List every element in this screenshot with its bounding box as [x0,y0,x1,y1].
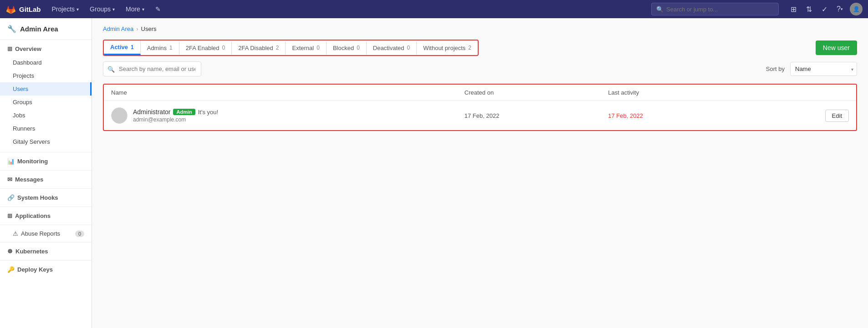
filter-tab-2fa-disabled[interactable]: 2FA Disabled2 [232,41,286,55]
breadcrumb-separator: › [136,25,138,32]
global-search-box[interactable]: 🔍 [651,3,779,15]
sidebar-title: Admin Area [20,25,58,33]
filter-tab-blocked[interactable]: Blocked0 [327,41,367,55]
filter-tabs: Active1Admins12FA Enabled02FA Disabled2E… [103,40,479,56]
deploy-keys-section-header[interactable]: 🔑 Deploy Keys [0,262,92,277]
user-avatar-btn[interactable]: 👤 [850,3,863,15]
filter-tabs-container: Active1Admins12FA Enabled02FA Disabled2E… [103,40,857,56]
kubernetes-label: Kubernetes [15,248,48,255]
column-header-created-on: Created on [457,85,601,101]
more-nav-item[interactable]: More ▾ [122,0,148,18]
abuse-reports-label: Abuse Reports [21,230,60,237]
pencil-icon: ✎ [155,5,161,13]
deploy-keys-label: Deploy Keys [17,266,53,273]
messages-icon: ✉ [7,176,12,183]
table-row: Administrator Admin It's you! admin@exam… [104,101,856,131]
abuse-reports-badge: 0 [75,231,84,237]
edit-user-button[interactable]: Edit [825,110,849,122]
user-icon: 👤 [853,6,860,12]
help-icon-btn[interactable]: ?▾ [832,2,847,16]
filter-tab-count: 0 [407,45,410,51]
filter-tab-label: Deactivated [373,45,404,51]
filter-tab-count: 0 [357,45,360,51]
system-hooks-label: System Hooks [17,194,58,201]
filter-tab-deactivated[interactable]: Deactivated0 [367,41,417,55]
sidebar-divider-3 [0,188,92,189]
monitoring-icon: 📊 [7,158,15,165]
column-header-last-activity: Last activity [601,85,745,101]
user-search-input[interactable] [103,61,201,76]
filter-tab-label: Without projects [423,45,465,51]
filter-tab-active[interactable]: Active1 [104,40,141,55]
sidebar: 🔧 Admin Area ⊞ Overview Dashboard Projec… [0,18,92,328]
users-table-body: Administrator Admin It's you! admin@exam… [104,101,856,131]
breadcrumb-admin-area[interactable]: Admin Area [103,25,133,32]
sidebar-divider-1 [0,152,92,152]
filter-tab-label: External [292,45,314,51]
main-content: Admin Area › Users Active1Admins12FA Ena… [92,18,868,328]
filter-tab-label: 2FA Enabled [186,45,220,51]
sidebar-item-groups[interactable]: Groups [0,96,92,109]
users-table-container: Name Created on Last activity Administra… [103,84,857,131]
filter-tab-admins[interactable]: Admins1 [141,41,179,55]
todo-icon-btn[interactable]: ✓ [817,2,832,16]
system-hooks-section-header[interactable]: 🔗 System Hooks [0,191,92,205]
breadcrumb: Admin Area › Users [103,25,857,32]
sidebar-divider-4 [0,207,92,207]
sidebar-header: 🔧 Admin Area [0,18,92,40]
last-activity-cell: 17 Feb, 2022 [601,101,745,131]
filter-tab-label: 2FA Disabled [238,45,273,51]
overview-label: Overview [15,45,41,52]
kubernetes-icon: ☸ [7,248,13,255]
overview-section: ⊞ Overview Dashboard Projects Users Grou… [0,40,92,150]
wrench-icon: 🔧 [7,25,16,33]
search-sort-row: 🔍 Sort by NameOldestRecent sign inOldest… [103,61,857,76]
sort-select[interactable]: NameOldestRecent sign inOldest sign inLa… [790,62,857,76]
sidebar-divider-2 [0,170,92,171]
applications-icon: ⊞ [7,212,12,219]
dock-icon-btn[interactable]: ⊞ [786,2,801,16]
sidebar-item-runners[interactable]: Runners [0,122,92,135]
messages-section-header[interactable]: ✉ Messages [0,172,92,187]
filter-tab-count: 2 [468,45,471,51]
sort-label: Sort by [766,66,785,72]
column-header-name: Name [104,85,457,101]
search-input[interactable] [666,6,766,13]
user-email: admin@example.com [133,116,218,123]
messages-label: Messages [15,176,43,183]
column-header-actions [745,85,856,101]
avatar [111,107,128,124]
sidebar-divider-5 [0,225,92,225]
gitlab-logo-link[interactable]: GitLab [5,4,41,15]
top-navigation: GitLab Projects ▾ Groups ▾ More ▾ ✎ 🔍 ⊞ … [0,0,868,18]
filter-tab-count: 1 [169,45,173,51]
filter-tab-without-projects[interactable]: Without projects2 [417,41,478,55]
groups-nav-item[interactable]: Groups ▾ [86,0,118,18]
sidebar-item-users[interactable]: Users [0,82,92,96]
projects-nav-item[interactable]: Projects ▾ [48,0,83,18]
monitoring-section-header[interactable]: 📊 Monitoring [0,154,92,168]
merge-requests-icon-btn[interactable]: ⇅ [802,2,816,16]
filter-tab-2fa-enabled[interactable]: 2FA Enabled0 [179,41,232,55]
applications-section-header[interactable]: ⊞ Applications [0,209,92,223]
overview-section-header[interactable]: ⊞ Overview [0,42,92,56]
sidebar-item-dashboard[interactable]: Dashboard [0,56,92,69]
sidebar-item-projects[interactable]: Projects [0,69,92,82]
new-user-button[interactable]: New user [816,40,857,55]
top-nav-icon-group: ⊞ ⇅ ✓ ?▾ 👤 [786,2,863,16]
sort-select-wrapper: NameOldestRecent sign inOldest sign inLa… [790,62,857,76]
sidebar-item-gitaly-servers[interactable]: Gitaly Servers [0,135,92,148]
admin-badge: Admin [173,109,195,115]
filter-tab-external[interactable]: External0 [286,41,326,55]
pencil-nav-item[interactable]: ✎ [152,0,164,18]
sidebar-item-jobs[interactable]: Jobs [0,109,92,122]
filter-tab-count: 0 [222,45,225,51]
filter-tab-count: 2 [276,45,279,51]
hook-icon: 🔗 [7,194,15,201]
search-users-icon: 🔍 [107,66,115,72]
kubernetes-section-header[interactable]: ☸ Kubernetes [0,244,92,258]
applications-label: Applications [15,212,51,219]
abuse-reports-section-header[interactable]: ⚠ Abuse Reports 0 [0,227,92,240]
search-icon: 🔍 [656,6,664,13]
search-input-wrapper: 🔍 [103,61,761,76]
